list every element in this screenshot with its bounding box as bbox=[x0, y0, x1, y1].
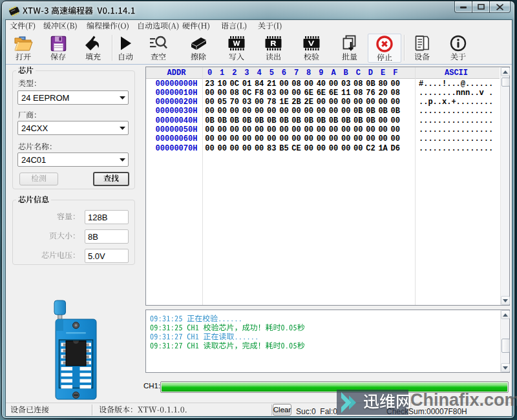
hex-byte-cell[interactable]: 00 bbox=[315, 98, 327, 107]
hex-byte-cell[interactable]: 00 bbox=[389, 116, 401, 125]
hex-byte-cell[interactable]: 00 bbox=[327, 79, 339, 89]
hex-byte-cell[interactable]: 2E bbox=[302, 98, 315, 107]
type-dropdown[interactable]: 24 EEPROM bbox=[17, 90, 129, 105]
hex-byte-cell[interactable]: 05 bbox=[216, 98, 228, 107]
hex-byte-cell[interactable]: 0C bbox=[240, 89, 253, 98]
find-button[interactable] bbox=[93, 172, 129, 186]
hex-ascii-text[interactable]: ................ bbox=[419, 134, 493, 143]
hex-ascii-text[interactable]: #....!...@...... bbox=[419, 79, 493, 89]
menu-item-program-ops[interactable] bbox=[87, 22, 129, 30]
close-button[interactable] bbox=[489, 1, 511, 13]
hex-byte-cell[interactable]: 00 bbox=[253, 107, 266, 116]
hex-byte-cell[interactable]: 00 bbox=[216, 107, 228, 116]
hex-row-address[interactable]: 00000010H bbox=[150, 89, 203, 98]
capacity-field[interactable]: 128B bbox=[85, 210, 129, 224]
title-bar[interactable] bbox=[2, 1, 514, 20]
hex-byte-cell[interactable]: 00 bbox=[278, 134, 290, 143]
hex-byte-cell[interactable]: 00 bbox=[364, 134, 377, 143]
hex-byte-cell[interactable]: D6 bbox=[389, 144, 401, 153]
hex-byte-cell[interactable]: 00 bbox=[216, 125, 228, 134]
chip-name-dropdown[interactable]: 24C01 bbox=[17, 152, 129, 167]
hex-byte-cell[interactable]: 0B bbox=[364, 107, 377, 116]
hex-byte-cell[interactable]: 00 bbox=[253, 125, 266, 134]
hex-scroll-up-button[interactable] bbox=[501, 67, 510, 76]
page-size-field[interactable]: 8B bbox=[85, 229, 129, 244]
hex-byte-cell[interactable]: 00 bbox=[389, 125, 401, 134]
hex-byte-cell[interactable]: 00 bbox=[377, 125, 389, 134]
hex-byte-cell[interactable]: 00 bbox=[389, 79, 401, 89]
hex-ascii-text[interactable]: ........nnn..v . bbox=[419, 89, 493, 98]
hex-ascii-text[interactable]: ..p..x.+........ bbox=[419, 98, 493, 107]
hex-byte-cell[interactable]: 00 bbox=[364, 98, 377, 107]
hex-byte-cell[interactable]: 00 bbox=[290, 89, 302, 98]
hex-byte-cell[interactable]: 00 bbox=[340, 134, 352, 143]
hex-byte-cell[interactable]: 00 bbox=[216, 89, 228, 98]
vendor-dropdown[interactable]: 24CXX bbox=[17, 121, 129, 135]
hex-byte-cell[interactable]: 03 bbox=[340, 79, 352, 89]
hex-byte-cell[interactable]: 0B bbox=[377, 107, 389, 116]
hex-byte-cell[interactable]: 00 bbox=[302, 144, 315, 153]
menu-item-file[interactable] bbox=[10, 22, 36, 30]
hex-byte-cell[interactable]: 23 bbox=[204, 79, 216, 89]
hex-byte-cell[interactable]: 08 bbox=[352, 89, 364, 98]
menu-item-auto-options[interactable] bbox=[137, 22, 179, 30]
hex-byte-cell[interactable]: 11 bbox=[340, 89, 352, 98]
hex-byte-cell[interactable]: 21 bbox=[266, 79, 278, 89]
hex-byte-cell[interactable]: 00 bbox=[340, 107, 352, 116]
hex-byte-cell[interactable]: 00 bbox=[364, 125, 377, 134]
hex-ascii-text[interactable]: ................ bbox=[419, 107, 493, 116]
log-scroll-thumb[interactable] bbox=[501, 339, 510, 353]
hex-byte-cell[interactable]: 00 bbox=[352, 98, 364, 107]
hex-byte-cell[interactable]: 0C bbox=[228, 79, 240, 89]
toolbar-button-blank-check[interactable] bbox=[142, 34, 175, 63]
hex-row-address[interactable]: 00000070H bbox=[150, 144, 203, 153]
toolbar-button-batch[interactable] bbox=[333, 34, 366, 63]
hex-byte-cell[interactable]: 0B bbox=[253, 116, 266, 125]
hex-row-address[interactable]: 00000050H bbox=[150, 125, 203, 134]
hex-byte-cell[interactable]: 03 bbox=[240, 98, 253, 107]
hex-byte-cell[interactable]: 00 bbox=[327, 98, 339, 107]
hex-ascii-text[interactable]: ................ bbox=[419, 125, 493, 134]
hex-byte-cell[interactable]: 80 bbox=[377, 79, 389, 89]
hex-byte-cell[interactable]: 00 bbox=[302, 125, 315, 134]
hex-byte-cell[interactable]: 00 bbox=[204, 89, 216, 98]
hex-byte-cell[interactable]: 08 bbox=[228, 89, 240, 98]
hex-byte-cell[interactable]: 00 bbox=[290, 134, 302, 143]
hex-row-address[interactable]: 00000030H bbox=[150, 107, 203, 116]
hex-byte-cell[interactable]: CE bbox=[290, 144, 302, 153]
hex-byte-cell[interactable]: 1E bbox=[278, 98, 290, 107]
hex-byte-cell[interactable]: 0B bbox=[266, 116, 278, 125]
hex-byte-cell[interactable]: 00 bbox=[266, 125, 278, 134]
hex-scroll-thumb[interactable] bbox=[501, 78, 510, 87]
detect-button[interactable] bbox=[19, 173, 58, 185]
hex-row-address[interactable]: 00000040H bbox=[150, 116, 203, 125]
hex-byte-cell[interactable]: 00 bbox=[204, 134, 216, 143]
hex-byte-cell[interactable]: 0B bbox=[327, 116, 339, 125]
hex-byte-cell[interactable]: 6E bbox=[302, 89, 315, 98]
menu-item-about[interactable] bbox=[258, 22, 282, 30]
hex-byte-cell[interactable]: 00 bbox=[228, 144, 240, 153]
log-scroll-down-button[interactable] bbox=[501, 363, 510, 372]
toolbar-button-write[interactable] bbox=[220, 34, 253, 63]
hex-row-address[interactable]: 00000020H bbox=[150, 98, 203, 107]
hex-byte-cell[interactable]: 00 bbox=[204, 107, 216, 116]
hex-byte-cell[interactable]: 0B bbox=[389, 107, 401, 116]
hex-byte-cell[interactable]: 0B bbox=[352, 116, 364, 125]
hex-byte-cell[interactable]: B5 bbox=[278, 144, 290, 153]
hex-byte-cell[interactable]: 00 bbox=[315, 144, 327, 153]
chip-voltage-field[interactable]: 5.0V bbox=[85, 249, 129, 263]
hex-ascii-text[interactable]: ................ bbox=[419, 116, 493, 125]
hex-byte-cell[interactable]: 00 bbox=[290, 125, 302, 134]
hex-byte-cell[interactable]: F8 bbox=[253, 89, 266, 98]
hex-byte-cell[interactable]: 00 bbox=[389, 98, 401, 107]
hex-byte-cell[interactable]: 20 bbox=[377, 89, 389, 98]
hex-byte-cell[interactable]: 00 bbox=[302, 134, 315, 143]
hex-byte-cell[interactable]: 0B bbox=[204, 116, 216, 125]
toolbar-button-about[interactable] bbox=[441, 34, 475, 63]
hex-byte-cell[interactable]: 83 bbox=[266, 144, 278, 153]
toolbar-button-device[interactable] bbox=[405, 34, 439, 63]
minimize-button[interactable] bbox=[454, 1, 472, 13]
hex-byte-cell[interactable]: C2 bbox=[364, 144, 377, 153]
hex-byte-cell[interactable]: 00 bbox=[352, 134, 364, 143]
hex-byte-cell[interactable]: 0B bbox=[340, 116, 352, 125]
